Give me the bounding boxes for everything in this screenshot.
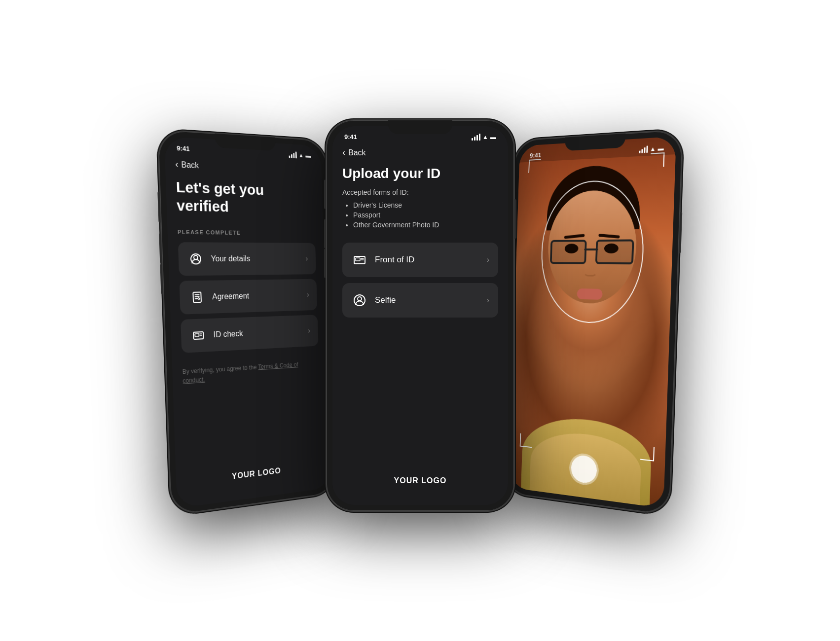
phone-right-screen: 9:41 ▲ ▬ — [509, 137, 676, 508]
glasses-frame-right — [595, 239, 634, 264]
menu-item-details-left: Your details — [187, 250, 250, 268]
id-type-passport: Passport — [353, 211, 498, 219]
menu-label-agreement: Agreement — [212, 291, 249, 301]
status-time-center: 9:41 — [344, 133, 357, 141]
id-types-list: Driver's License Passport Other Governme… — [342, 201, 498, 229]
back-arrow-icon-center: ‹ — [342, 147, 345, 158]
upload-option-selfie-left: Selfie — [351, 292, 396, 309]
battery-icon: ▬ — [305, 152, 311, 159]
svg-point-1 — [193, 255, 197, 259]
back-button-center[interactable]: ‹ Back — [342, 143, 498, 166]
svg-point-8 — [358, 297, 362, 301]
terms-link[interactable]: Terms & Code of conduct. — [183, 361, 298, 385]
glasses-frame-left — [549, 240, 586, 264]
wifi-center-icon: ▲ — [482, 134, 488, 141]
selfie-person-icon — [351, 292, 368, 309]
svg-rect-2 — [193, 292, 201, 303]
camera-view: 9:41 ▲ ▬ — [509, 137, 676, 508]
selfie-label: Selfie — [375, 295, 396, 305]
phone-verification: 9:41 ▲ ▬ ‹ Back — [158, 130, 336, 515]
corner-bracket-bl — [519, 433, 532, 448]
battery-right-icon: ▬ — [657, 144, 664, 152]
status-time-left: 9:41 — [177, 144, 190, 153]
menu-item-agreement[interactable]: Agreement › — [179, 279, 317, 315]
menu-item-idcheck[interactable]: ID check › — [181, 315, 318, 353]
signal-icon — [289, 151, 297, 158]
logo-center: YOUR LOGO — [332, 466, 508, 490]
menu-label-idcheck: ID check — [213, 329, 243, 340]
status-icons-left: ▲ ▬ — [289, 151, 311, 159]
front-id-label: Front of ID — [375, 255, 414, 265]
status-time-right: 9:41 — [529, 151, 541, 159]
wifi-icon: ▲ — [298, 151, 304, 158]
phone-upload-id: 9:41 ▲ ▬ ‹ Back — [327, 120, 514, 511]
logo-left: YOUR LOGO — [176, 451, 331, 493]
chevron-idcheck-icon: › — [307, 326, 310, 335]
back-label-center: Back — [348, 148, 366, 157]
id-type-drivers: Driver's License — [353, 201, 498, 209]
id-front-icon — [351, 251, 368, 268]
lips — [577, 288, 602, 300]
menu-label-details: Your details — [211, 254, 250, 263]
id-card-icon — [189, 327, 207, 345]
svg-rect-6 — [356, 258, 360, 261]
back-label-left: Back — [181, 160, 199, 170]
upload-option-selfie[interactable]: Selfie › — [342, 283, 498, 318]
menu-item-idcheck-left: ID check — [189, 325, 243, 345]
verify-title: Let's get you verified — [176, 178, 314, 217]
status-icons-right: ▲ ▬ — [639, 144, 663, 153]
upload-id-title: Upload your ID — [342, 166, 498, 181]
upload-option-front-id-left: Front of ID — [351, 251, 414, 268]
id-type-gov: Other Government Photo ID — [353, 221, 498, 229]
chevron-front-id-icon: › — [486, 255, 489, 264]
nose — [583, 267, 597, 277]
person-circle-icon — [187, 250, 204, 268]
scene: 9:41 ▲ ▬ ‹ Back — [50, 25, 790, 616]
notch-center — [388, 120, 452, 134]
section-label: PLEASE COMPLETE — [177, 229, 315, 236]
upload-option-front-id[interactable]: Front of ID › — [342, 243, 498, 277]
menu-item-details[interactable]: Your details › — [178, 242, 316, 276]
phone-center-content: ‹ Back Upload your ID Accepted forms of … — [332, 143, 508, 318]
glasses — [545, 239, 639, 269]
back-arrow-icon-left: ‹ — [175, 159, 178, 170]
phone-center-screen: 9:41 ▲ ▬ ‹ Back — [332, 126, 508, 505]
wifi-right-icon: ▲ — [650, 145, 656, 152]
phone-left-content: ‹ Back Let's get you verified PLEASE COM… — [165, 154, 328, 386]
accepted-label: Accepted forms of ID: — [342, 188, 498, 196]
svg-rect-4 — [195, 333, 199, 336]
corner-bracket-br — [640, 446, 655, 462]
chevron-selfie-icon: › — [486, 296, 489, 305]
signal-center-icon — [472, 134, 480, 141]
phone-left-screen: 9:41 ▲ ▬ ‹ Back — [164, 137, 331, 508]
signal-right-icon — [639, 145, 648, 153]
phone-selfie-camera: 9:41 ▲ ▬ — [504, 130, 682, 515]
chevron-details-icon: › — [305, 254, 308, 263]
menu-item-agreement-left: Agreement — [188, 288, 250, 306]
battery-center-icon: ▬ — [490, 134, 496, 141]
chevron-agreement-icon: › — [306, 290, 309, 299]
disclaimer-text: By verifying, you agree to the Terms & C… — [182, 359, 319, 386]
doc-text-icon — [188, 288, 206, 306]
status-icons-center: ▲ ▬ — [472, 134, 496, 141]
